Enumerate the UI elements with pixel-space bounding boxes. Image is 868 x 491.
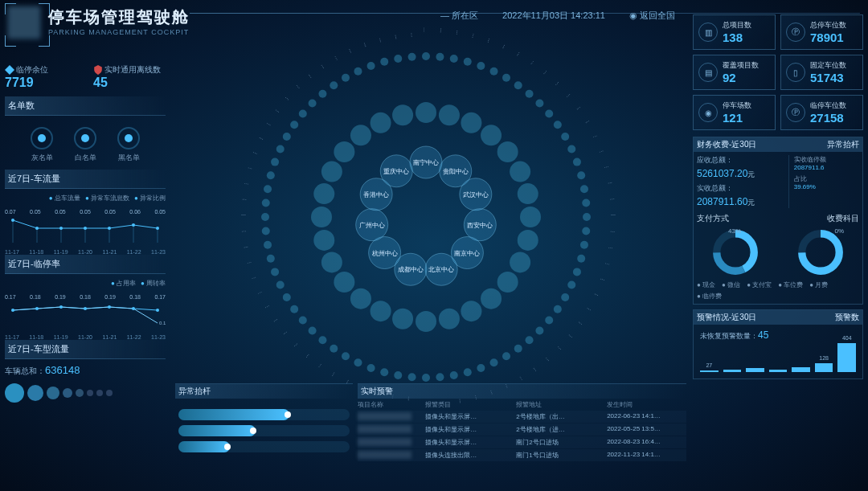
svg-text:重庆中心: 重庆中心 [383,168,409,175]
svg-point-48 [567,145,575,153]
actual-value: 2087911.60 [697,196,747,207]
list-item-white[interactable]: 白名单 [74,127,96,163]
svg-point-88 [464,368,472,376]
slot-icon: ▯ [786,63,805,82]
svg-point-136 [267,171,275,179]
svg-point-184 [334,272,354,293]
table-row[interactable]: 摄像头连接出限…南门1号口进场2022-11-23 14:1… [358,449,687,461]
svg-point-180 [416,311,436,332]
chart-type7d [5,380,166,406]
svg-point-124 [267,255,275,263]
section-type7d: 近7日-车型流量 [5,340,166,359]
P-icon: Ⓟ [786,103,805,122]
svg-point-32 [490,68,498,76]
section-finance: 财务收费-近30日异常抬杆 [694,137,862,152]
svg-text:···: ··· [583,118,591,125]
svg-point-94 [422,374,430,382]
donut-pay-method: 43% [710,227,760,277]
svg-point-168 [461,113,481,133]
svg-point-19 [132,307,135,310]
section-temp7d: 近7日-临停率 [5,255,166,274]
svg-point-26 [450,55,458,63]
svg-point-190 [334,141,354,162]
svg-point-86 [477,364,485,372]
logo-icon [8,6,40,39]
svg-point-17 [84,307,87,310]
svg-text:···: ··· [611,212,616,218]
receivable-value: 5261037.20 [697,168,747,179]
vehicle-total: 车辆总和：636148 [5,364,166,377]
svg-point-18 [108,305,111,309]
P-icon: Ⓟ [786,23,805,42]
svg-point-30 [477,62,485,70]
list-item-black[interactable]: 黑名单 [117,127,140,163]
svg-point-130 [261,213,269,221]
svg-text:···: ··· [514,51,522,58]
chart-alert-bars: 27128404 [697,343,859,375]
list-item-gray[interactable]: 灰名单 [31,127,53,163]
svg-point-178 [461,301,481,321]
page-title-en: PARKING MANAGEMENT COCKPIT [48,28,190,36]
svg-text:···: ··· [593,291,600,298]
svg-point-102 [367,364,375,372]
svg-point-120 [276,281,285,289]
svg-text:···: ··· [248,165,254,171]
svg-text:···: ··· [284,95,291,102]
section-realtime-alert: 实时预警 [358,384,687,399]
svg-text:···: ··· [330,370,337,378]
svg-text:···: ··· [295,83,302,90]
svg-point-66 [573,268,581,276]
table-row[interactable]: 摄像头和显示屏…南门2号口进场2022-08-23 16:4… [358,436,687,448]
svg-point-100 [380,368,388,376]
svg-point-171 [510,162,530,182]
svg-point-82 [502,352,510,360]
stat-temp-parking: 临停余位 7719 [5,64,77,90]
page-title-cn: 停车场管理驾驶舱 [48,6,190,28]
svg-point-186 [313,230,334,251]
svg-point-182 [371,301,391,321]
svg-text:···: ··· [243,243,248,250]
table-row[interactable]: 摄像头和显示屏…2号楼地库（进…2022-05-25 13:5… [358,423,687,436]
svg-point-138 [271,158,279,166]
svg-text:···: ··· [608,244,613,251]
svg-point-62 [580,241,588,249]
svg-point-68 [567,281,575,289]
stat-card-4: ◉停车场数121 [693,95,776,130]
svg-text:···: ··· [281,329,289,336]
svg-point-156 [354,68,362,76]
svg-text:···: ··· [252,149,259,157]
svg-point-76 [535,326,543,334]
table-row[interactable]: 摄像头和显示屏…2号楼地库（出…2022-06-23 14:1… [358,411,687,423]
svg-point-60 [582,227,590,235]
svg-text:···: ··· [362,42,369,48]
right-panel: ▥总项目数138Ⓟ总停车位数78901▤覆盖项目数92▯固定车位数51743◉停… [693,14,863,384]
svg-text:···: ··· [306,72,313,80]
svg-text:···: ··· [469,33,476,39]
svg-point-179 [439,309,460,329]
svg-point-58 [583,213,591,221]
svg-point-16 [59,305,63,309]
svg-point-106 [342,352,350,360]
svg-point-158 [367,62,375,70]
svg-text:···: ··· [437,27,443,32]
svg-point-126 [264,241,272,249]
svg-point-192 [371,113,391,133]
svg-text:···: ··· [409,32,415,37]
svg-text:···: ··· [518,374,525,382]
svg-point-116 [290,305,298,313]
svg-text:···: ··· [604,260,611,267]
svg-text:···: ··· [274,107,281,114]
svg-text:···: ··· [316,362,323,369]
svg-point-15 [35,307,39,310]
svg-text:···: ··· [607,179,612,186]
section-lists: 名单数 [5,96,166,116]
radial-network-viz[interactable]: ········································… [177,8,675,410]
svg-point-134 [264,185,272,193]
svg-text:···: ··· [544,355,551,362]
stat-online-rate: 实时通用离线数 45 [93,64,166,90]
svg-text:···: ··· [564,92,571,99]
svg-text:···: ··· [610,228,615,234]
svg-point-162 [394,55,402,63]
svg-text:···: ··· [453,30,460,35]
svg-point-44 [554,121,562,129]
